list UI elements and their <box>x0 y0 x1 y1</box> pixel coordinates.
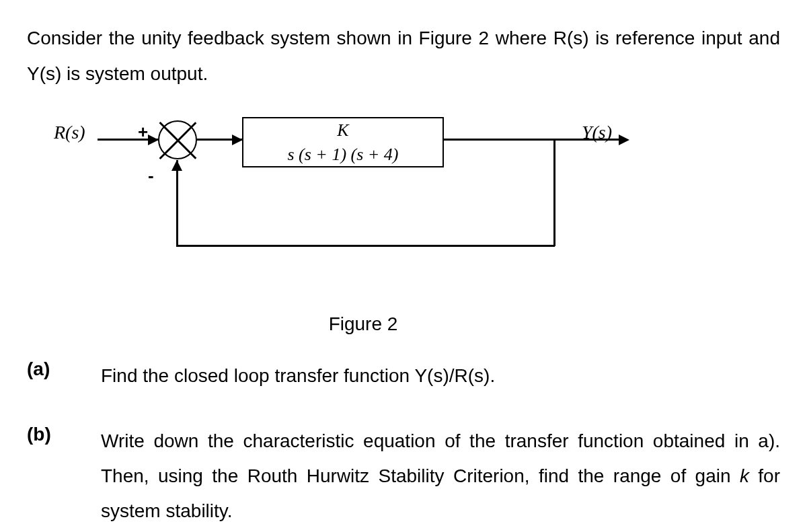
arrow-icon <box>148 135 159 145</box>
input-signal-label: R(s) <box>54 122 85 143</box>
arrow-icon <box>232 135 243 145</box>
question-text: Write down the characteristic equation o… <box>101 424 780 528</box>
question-label: (a) <box>27 358 101 393</box>
arrow-icon <box>619 135 629 145</box>
arrow-icon <box>171 160 182 171</box>
italic-variable: k <box>740 465 749 486</box>
feedback-line <box>553 139 555 246</box>
question-text: Find the closed loop transfer function Y… <box>101 358 780 393</box>
intro-text: Consider the unity feedback system shown… <box>27 20 780 91</box>
minus-sign: - <box>148 165 154 186</box>
feedback-line <box>176 245 555 247</box>
block-diagram: R(s) + - K s (s + 1) (s + 4) Y(s) <box>27 118 780 300</box>
tf-denominator: s (s + 1) (s + 4) <box>287 143 398 165</box>
question-b: (b) Write down the characteristic equati… <box>27 424 780 528</box>
feedback-line <box>176 160 178 246</box>
summing-junction-icon <box>158 120 197 159</box>
figure-caption: Figure 2 <box>0 313 780 335</box>
output-signal-label: Y(s) <box>582 122 612 143</box>
tf-numerator: K <box>337 120 348 143</box>
signal-line <box>444 139 555 141</box>
question-text-part: Write down the characteristic equation o… <box>101 430 780 486</box>
question-label: (b) <box>27 424 101 528</box>
transfer-function-block: K s (s + 1) (s + 4) <box>242 117 444 167</box>
question-a: (a) Find the closed loop transfer functi… <box>27 358 780 393</box>
